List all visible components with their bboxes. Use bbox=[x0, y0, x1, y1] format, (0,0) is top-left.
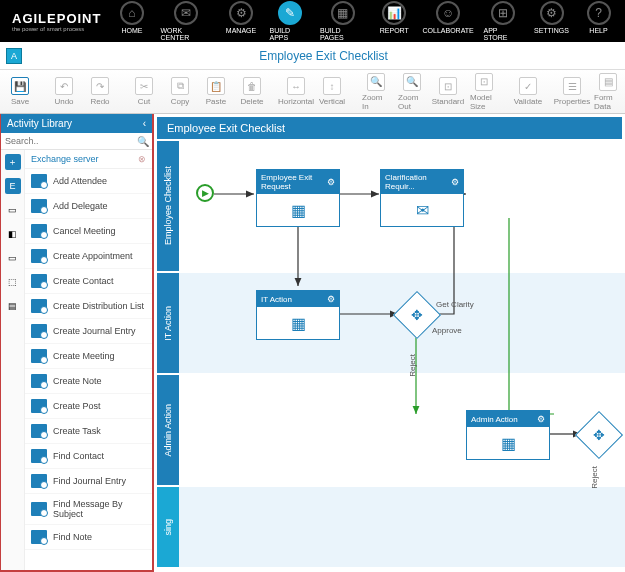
nav-work-center[interactable]: ✉WORK CENTER bbox=[156, 0, 216, 43]
search-input[interactable] bbox=[1, 133, 134, 149]
side-tab-add[interactable]: ＋ bbox=[5, 154, 21, 170]
nav-help[interactable]: ?HELP bbox=[576, 0, 621, 43]
lane-it: IT Action bbox=[163, 306, 173, 341]
tb-standard[interactable]: ⊡Standard bbox=[434, 77, 462, 106]
side-tab-5[interactable]: ▭ bbox=[5, 250, 21, 266]
sidebar-header: Activity Library ‹ bbox=[1, 114, 152, 133]
nav-build-pages[interactable]: ▦BUILD PAGES bbox=[316, 0, 370, 43]
node-clarification[interactable]: Clarification Requir...⚙ ✉ bbox=[380, 169, 464, 227]
activity-create-note[interactable]: Create Note bbox=[25, 369, 152, 394]
activity-find-contact[interactable]: Find Contact bbox=[25, 444, 152, 469]
activity-create-meeting[interactable]: Create Meeting bbox=[25, 344, 152, 369]
tb-zoom-out[interactable]: 🔍Zoom Out bbox=[398, 73, 426, 111]
lane-employee: Employee Checklist bbox=[163, 166, 173, 245]
group-header[interactable]: Exchange server ⊗ bbox=[25, 150, 152, 169]
nav-app-store[interactable]: ⊞APP STORE bbox=[480, 0, 527, 43]
canvas-title: Employee Exit Checklist bbox=[157, 117, 622, 139]
side-tab-exchange[interactable]: E bbox=[5, 178, 21, 194]
nav-manage[interactable]: ⚙MANAGE bbox=[219, 0, 264, 43]
node-exit-request[interactable]: Employee Exit Request⚙ ▦ bbox=[256, 169, 340, 227]
label-reject: Reject bbox=[408, 354, 417, 377]
tb-model-size[interactable]: ⊡Model Size bbox=[470, 73, 498, 111]
activity-create-contact[interactable]: Create Contact bbox=[25, 269, 152, 294]
app-icon: A bbox=[6, 48, 22, 64]
node-it-action[interactable]: IT Action⚙ ▦ bbox=[256, 290, 340, 340]
activity-cancel-meeting[interactable]: Cancel Meeting bbox=[25, 219, 152, 244]
activity-find-note[interactable]: Find Note bbox=[25, 525, 152, 550]
tb-delete[interactable]: 🗑Delete bbox=[238, 77, 266, 106]
lane-admin: Admin Action bbox=[163, 404, 173, 457]
tb-zoom-in[interactable]: 🔍Zoom In bbox=[362, 73, 390, 111]
activity-create-distribution-list[interactable]: Create Distribution List bbox=[25, 294, 152, 319]
tb-validate[interactable]: ✓Validate bbox=[514, 77, 542, 106]
node-admin-action[interactable]: Admin Action⚙ ▦ bbox=[466, 410, 550, 460]
side-tab-7[interactable]: ▤ bbox=[5, 298, 21, 314]
nav-collaborate[interactable]: ☺COLLABORATE bbox=[419, 0, 478, 43]
activity-create-appointment[interactable]: Create Appointment bbox=[25, 244, 152, 269]
tb-paste[interactable]: 📋Paste bbox=[202, 77, 230, 106]
label-reject2: Reject bbox=[590, 466, 599, 489]
activity-add-attendee[interactable]: Add Attendee bbox=[25, 169, 152, 194]
activity-find-message-by-subject[interactable]: Find Message By Subject bbox=[25, 494, 152, 525]
lane-purchasing: sing bbox=[163, 519, 173, 536]
tb-undo[interactable]: ↶Undo bbox=[50, 77, 78, 106]
nav-build-apps[interactable]: ✎BUILD APPS bbox=[266, 0, 315, 43]
sidebar-title: Activity Library bbox=[7, 118, 72, 129]
collapse-icon[interactable]: ‹ bbox=[143, 118, 146, 129]
brand-logo: AGILEPOINT the power of smart process bbox=[4, 11, 109, 32]
search-icon[interactable]: 🔍 bbox=[134, 133, 152, 149]
gear-icon[interactable]: ⚙ bbox=[451, 177, 459, 187]
close-icon[interactable]: ⊗ bbox=[138, 154, 146, 164]
gear-icon[interactable]: ⚙ bbox=[537, 414, 545, 424]
side-tab-6[interactable]: ⬚ bbox=[5, 274, 21, 290]
activity-create-task[interactable]: Create Task bbox=[25, 419, 152, 444]
gear-icon[interactable]: ⚙ bbox=[327, 177, 335, 187]
page-title: Employee Exit Checklist bbox=[259, 49, 388, 63]
tb-redo[interactable]: ↷Redo bbox=[86, 77, 114, 106]
tb-vertical[interactable]: ↕Vertical bbox=[318, 77, 346, 106]
tb-copy[interactable]: ⧉Copy bbox=[166, 77, 194, 106]
activity-find-journal-entry[interactable]: Find Journal Entry bbox=[25, 469, 152, 494]
gateway-admin[interactable]: ✥ bbox=[575, 411, 623, 459]
tb-cut[interactable]: ✂Cut bbox=[130, 77, 158, 106]
gear-icon[interactable]: ⚙ bbox=[327, 294, 335, 304]
nav-home[interactable]: ⌂HOME bbox=[109, 0, 154, 43]
tb-properties[interactable]: ☰Properties bbox=[558, 77, 586, 106]
label-approve: Approve bbox=[432, 326, 462, 335]
tb-form-data[interactable]: ▤Form Data bbox=[594, 73, 622, 111]
side-tab-3[interactable]: ▭ bbox=[5, 202, 21, 218]
activity-add-delegate[interactable]: Add Delegate bbox=[25, 194, 152, 219]
side-tab-4[interactable]: ◧ bbox=[5, 226, 21, 242]
label-get-clarity: Get Clarity bbox=[436, 300, 474, 309]
tb-horizontal[interactable]: ↔Horizontal bbox=[282, 77, 310, 106]
nav-settings[interactable]: ⚙SETTINGS bbox=[529, 0, 574, 43]
start-node[interactable]: ▶ bbox=[196, 184, 214, 202]
tb-save[interactable]: 💾Save bbox=[6, 77, 34, 106]
nav-report[interactable]: 📊REPORT bbox=[372, 0, 417, 43]
activity-create-post[interactable]: Create Post bbox=[25, 394, 152, 419]
activity-create-journal-entry[interactable]: Create Journal Entry bbox=[25, 319, 152, 344]
